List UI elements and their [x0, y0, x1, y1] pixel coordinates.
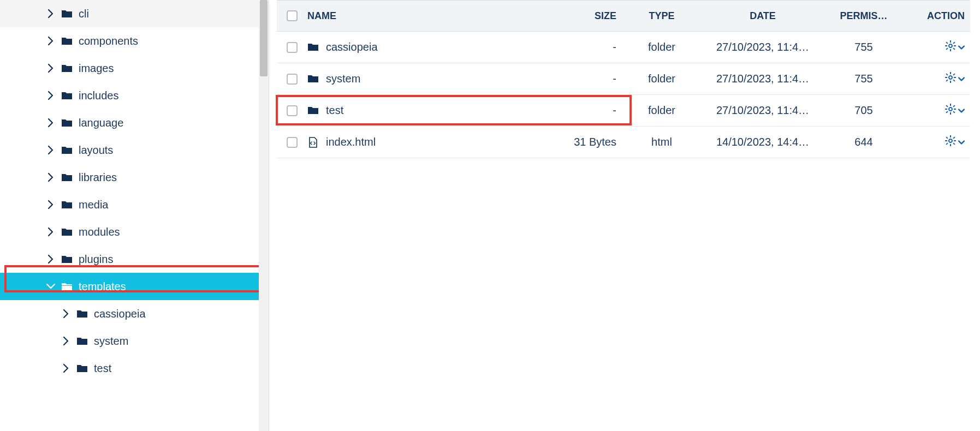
chevron-right-icon[interactable] [46, 254, 56, 264]
tree-item-label: libraries [79, 171, 117, 184]
folder-icon [307, 42, 319, 53]
tree-item-label: plugins [79, 253, 113, 266]
row-name: test [326, 104, 343, 117]
folder-open-icon [61, 282, 73, 291]
chevron-right-icon[interactable] [61, 309, 71, 319]
chevron-right-icon[interactable] [46, 9, 56, 19]
header-action: ACTION [905, 10, 970, 22]
tree-item-label: cassiopeia [94, 308, 146, 320]
scrollbar-thumb[interactable] [260, 0, 268, 76]
row-action-cell [905, 40, 970, 54]
tree-item-includes[interactable]: includes [0, 82, 269, 109]
chevron-right-icon[interactable] [46, 172, 56, 182]
gear-icon [945, 104, 956, 117]
row-checkbox-col [277, 74, 307, 85]
row-name-cell[interactable]: cassiopeia [307, 41, 544, 53]
gear-icon [945, 72, 956, 86]
row-size: 31 Bytes [544, 136, 621, 148]
header-size[interactable]: SIZE [544, 10, 621, 22]
row-checkbox-col [277, 42, 307, 53]
row-date: 27/10/2023, 11:4… [703, 41, 823, 53]
chevron-right-icon[interactable] [46, 145, 56, 155]
table-row[interactable]: test-folder27/10/2023, 11:4…705 [277, 95, 970, 127]
row-checkbox[interactable] [287, 105, 298, 116]
folder-icon [61, 91, 73, 100]
chevron-right-icon[interactable] [46, 200, 56, 209]
tree-item-plugins[interactable]: plugins [0, 246, 269, 273]
row-action-menu[interactable] [945, 104, 965, 117]
row-date: 14/10/2023, 14:4… [703, 136, 823, 148]
header-date[interactable]: DATE [703, 10, 823, 22]
table-row[interactable]: cassiopeia-folder27/10/2023, 11:4…755 [277, 32, 970, 63]
folder-icon [307, 74, 319, 85]
tree-item-media[interactable]: media [0, 191, 269, 218]
row-type: html [621, 136, 703, 148]
row-name-cell[interactable]: system [307, 73, 544, 85]
row-type: folder [621, 73, 703, 85]
tree-item-images[interactable]: images [0, 55, 269, 82]
chevron-down-icon[interactable] [46, 282, 56, 291]
folder-tree: clicomponentsimagesincludeslanguagelayou… [0, 0, 269, 382]
row-action-cell [905, 135, 970, 149]
chevron-right-icon[interactable] [61, 336, 71, 346]
tree-item-components[interactable]: components [0, 27, 269, 55]
row-checkbox[interactable] [287, 42, 298, 53]
chevron-right-icon[interactable] [46, 63, 56, 73]
gear-icon [945, 40, 956, 54]
tree-item-libraries[interactable]: libraries [0, 164, 269, 191]
row-action-menu[interactable] [945, 72, 965, 86]
tree-item-layouts[interactable]: layouts [0, 136, 269, 164]
row-permissions: 705 [823, 104, 905, 117]
folder-icon [61, 63, 73, 73]
row-name-cell[interactable]: test [307, 104, 544, 117]
tree-item-cassiopeia[interactable]: cassiopeia [0, 300, 269, 327]
folder-icon [61, 36, 73, 46]
gear-icon [945, 135, 956, 149]
tree-item-templates[interactable]: templates [0, 273, 269, 300]
chevron-down-icon [958, 73, 965, 85]
tree-item-system[interactable]: system [0, 327, 269, 355]
row-permissions: 755 [823, 73, 905, 85]
tree-item-label: system [94, 335, 128, 348]
chevron-down-icon [958, 104, 965, 117]
select-all-checkbox[interactable] [287, 10, 298, 21]
folder-icon [61, 9, 73, 19]
tree-item-language[interactable]: language [0, 109, 269, 136]
tree-item-test[interactable]: test [0, 355, 269, 382]
chevron-down-icon [958, 41, 965, 53]
row-checkbox[interactable] [287, 137, 298, 148]
row-size: - [544, 41, 621, 53]
table-header: NAME SIZE TYPE DATE PERMIS… ACTION [277, 0, 970, 32]
table-row[interactable]: system-folder27/10/2023, 11:4…755 [277, 63, 970, 95]
sidebar-scrollbar[interactable] [259, 0, 269, 431]
tree-item-label: templates [79, 280, 126, 293]
header-name[interactable]: NAME [307, 10, 544, 22]
row-checkbox[interactable] [287, 74, 298, 85]
chevron-right-icon[interactable] [46, 91, 56, 100]
row-action-menu[interactable] [945, 135, 965, 149]
chevron-right-icon[interactable] [46, 36, 56, 46]
row-checkbox-col [277, 137, 307, 148]
folder-icon [76, 363, 88, 373]
tree-item-modules[interactable]: modules [0, 218, 269, 246]
folder-icon [61, 145, 73, 155]
tree-item-label: images [79, 62, 114, 75]
row-action-cell [905, 104, 970, 117]
chevron-right-icon[interactable] [46, 118, 56, 128]
tree-item-cli[interactable]: cli [0, 0, 269, 27]
header-checkbox-col [277, 10, 307, 21]
table-row[interactable]: index.html31 Byteshtml14/10/2023, 14:4…6… [277, 127, 970, 158]
row-name-cell[interactable]: index.html [307, 136, 544, 148]
header-permissions[interactable]: PERMIS… [823, 10, 905, 22]
folder-icon [307, 105, 319, 116]
row-type: folder [621, 41, 703, 53]
row-action-menu[interactable] [945, 40, 965, 54]
chevron-right-icon[interactable] [61, 363, 71, 373]
header-type[interactable]: TYPE [621, 10, 703, 22]
chevron-right-icon[interactable] [46, 227, 56, 237]
folder-icon [61, 172, 73, 182]
folder-icon [61, 118, 73, 128]
folder-icon [76, 336, 88, 346]
tree-item-label: modules [79, 226, 120, 238]
folder-icon [61, 227, 73, 237]
